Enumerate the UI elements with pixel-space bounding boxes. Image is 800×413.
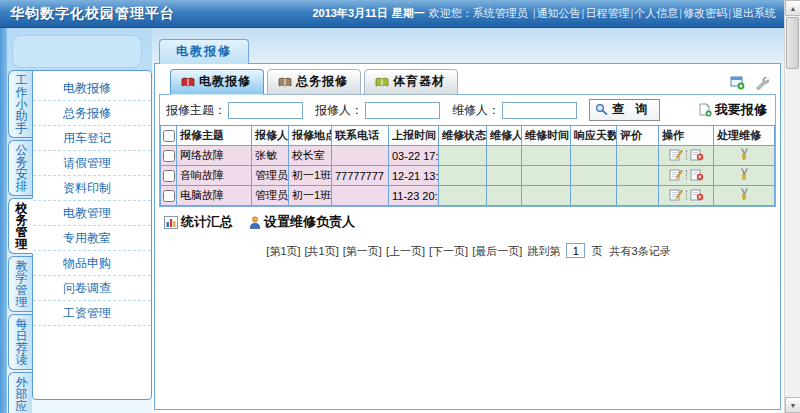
cell-operations [659,146,714,166]
report-repair-link[interactable]: 我要报修 [698,101,767,119]
table-row: 网络故障张敏校长室03-22 17:... [161,146,775,166]
search-fields: 报修主题：报修人：维修人： [166,102,589,119]
app-window: 华钧数字化校园管理平台 2013年3月11日 星期一 欢迎您：系统管理员 |通知… [0,0,800,413]
header-link[interactable]: 退出系统 [732,7,776,19]
search-repair-topic-label: 报修主题： [166,102,226,119]
cell-repairer [487,166,522,186]
set-repair-manager-link[interactable]: 设置维修负责人 [249,213,355,231]
select-all-header [161,126,177,146]
cell-reporter: 管理员 [252,186,289,206]
sidebar-vertical-tab[interactable]: 公 务 安 排 [8,140,32,196]
search-repair-topic-input[interactable] [228,102,303,119]
column-header: 维修状态 [439,126,487,146]
sidebar-vertical-tab[interactable]: 每 日 荐 读 [8,314,32,370]
footer-link-label: 设置维修负责人 [264,213,355,231]
scrollbar-down-button[interactable]: ▼ [785,397,800,413]
stats-summary-link[interactable]: 统计汇总 [164,213,233,231]
sidebar-menu-item[interactable]: 电教管理 [33,201,151,226]
header-link[interactable]: 个人信息 [634,7,678,19]
scrollbar-up-button[interactable]: ▲ [785,0,800,16]
toolbar-icons [730,76,769,94]
scrollbar-thumb[interactable] [786,17,799,69]
page-link[interactable]: [上一页] [386,245,425,257]
cell-reporter: 管理员 [252,166,289,186]
pagination: [第1页][共1页][第一页][上一页][下一页][最后一页] 跳到第 页 共有… [158,231,777,259]
sidebar-menu-item[interactable]: 资料印制 [33,176,151,201]
page-jump-input[interactable] [566,243,585,258]
operations-divider [686,170,687,180]
sidebar-menu-item[interactable]: 问卷调查 [33,276,151,301]
cell-repair_time [522,146,571,166]
header-link[interactable]: 日程管理 [585,7,629,19]
edit-button[interactable] [669,168,683,181]
cell-phone [332,186,389,206]
search-repairer-input[interactable] [502,102,577,119]
header-right: 2013年3月11日 星期一 欢迎您：系统管理员 |通知公告|日程管理|个人信息… [312,6,776,21]
content-box: 报修主题：报修人：维修人： 查 询 我要报修 报修主题报修人报修地点联系电话上报… [159,94,776,207]
header-link[interactable]: 修改密码 [683,7,727,19]
sidebar-menu-item[interactable]: 工资管理 [33,301,151,326]
cell-select [161,186,177,206]
form-add-icon[interactable] [730,76,745,90]
cell-report_time: 12-21 13:... [389,166,439,186]
red-book-icon [181,76,195,88]
sidebar-menu-item[interactable]: 专用教室 [33,226,151,251]
repair-icon [738,188,751,201]
table-row: 电脑故障管理员初一1班11-23 20:... [161,186,775,206]
cell-topic: 网络故障 [177,146,252,166]
header-link-separator: | [582,7,585,19]
sidebar-vertical-tab[interactable]: 外 部 应 用 [8,372,32,413]
row-checkbox[interactable] [163,190,175,202]
sidebar-menu-item[interactable]: 总务报修 [33,101,151,126]
cell-select [161,146,177,166]
row-checkbox[interactable] [163,170,175,182]
delete-button[interactable] [690,148,704,161]
header-link[interactable]: 通知公告 [537,7,581,19]
handle-repair-button[interactable] [738,168,751,181]
handle-repair-button[interactable] [738,148,751,161]
cell-days [571,146,617,166]
header-welcome: 欢迎您：系统管理员 [429,6,528,21]
search-reporter-input[interactable] [365,102,440,119]
delete-icon [690,188,704,201]
page-link[interactable]: [第一页] [343,245,382,257]
wrench-icon[interactable] [755,76,769,90]
column-header: 联系电话 [332,126,389,146]
page-link[interactable]: [最后一页] [472,245,522,257]
top-tab[interactable]: 电教报修 [159,39,249,64]
sidebar-menu-item[interactable]: 请假管理 [33,151,151,176]
column-header: 评价 [617,126,659,146]
row-checkbox[interactable] [163,150,175,162]
subtab[interactable]: 电教报修 [170,69,264,95]
cell-location: 初一1班 [289,166,332,186]
edit-button[interactable] [669,188,683,201]
cell-days [571,186,617,206]
sidebar-menu-item[interactable]: 用车登记 [33,126,151,151]
subtab[interactable]: 总务报修 [267,69,361,95]
sidebar-menu-item[interactable]: 物品申购 [33,251,151,276]
delete-button[interactable] [690,188,704,201]
sidebar-vertical-tab[interactable]: 校 务 管 理 [8,198,33,254]
sidebar-vertical-tab[interactable]: 教 学 管 理 [8,256,32,312]
sidebar-menu-item[interactable]: 电教报修 [33,76,151,101]
search-button[interactable]: 查 询 [589,99,660,121]
delete-button[interactable] [690,168,704,181]
select-all-checkbox[interactable] [163,130,175,142]
page-jump-prefix: 跳到第 [527,245,560,257]
sidebar: 工 作 小 助 手公 务 安 排校 务 管 理教 学 管 理每 日 荐 读外 部… [0,28,152,413]
subtab[interactable]: 体育器材 [364,69,458,95]
sidebar-vertical-tab[interactable]: 工 作 小 助 手 [8,70,32,138]
delete-icon [690,148,704,161]
handle-repair-button[interactable] [738,188,751,201]
edit-icon [669,148,683,161]
page-link: [第1页] [266,245,300,257]
scrollbar[interactable]: ▲ ▼ [784,0,800,413]
repair-table: 报修主题报修人报修地点联系电话上报时间维修状态维修人维修时间响应天数评价操作处理… [160,125,775,206]
cell-handle-repair [714,146,775,166]
edit-icon [669,188,683,201]
column-header: 处理维修 [714,126,775,146]
edit-button[interactable] [669,148,683,161]
page-link[interactable]: [下一页] [429,245,468,257]
subtab-row: 电教报修总务报修体育器材 [158,69,777,94]
subtab-label: 电教报修 [199,73,251,90]
